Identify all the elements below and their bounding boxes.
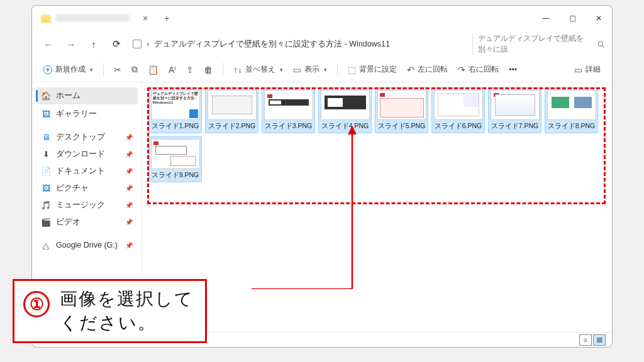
file-item[interactable]: スライド2.PNG [205, 87, 258, 133]
annotation-line1: 画像を選択して [60, 287, 194, 311]
image-icon: ⬚ [348, 65, 356, 75]
chevron-down-icon: ▾ [280, 67, 283, 73]
pin-icon: 📌 [125, 219, 133, 226]
thumbnail [491, 90, 540, 120]
share-icon: ⇪ [186, 65, 194, 75]
sidebar-item-pictures[interactable]: 🖼ピクチャ📌 [32, 180, 142, 197]
separator [223, 63, 223, 77]
pin-icon: 📌 [125, 151, 133, 158]
rotl-label: 左に回転 [418, 64, 448, 75]
search-placeholder: デュアルディスプレイで壁紙を別々に設 [478, 33, 594, 55]
sidebar-label: ピクチャ [56, 183, 89, 194]
details-icon: ▭ [574, 65, 582, 75]
clipboard-icon: 📋 [148, 65, 158, 75]
file-label: スライド8.PNG [548, 122, 596, 131]
list-view-button[interactable]: ≡ [579, 334, 592, 346]
sidebar-item-music[interactable]: 🎵ミュージック📌 [32, 197, 142, 214]
rename-button[interactable]: Aᴵ [165, 62, 180, 77]
thumb-text: デュアルディスプレイで壁紙を別々に設定する方法 - Windows11 [153, 92, 198, 105]
minimize-button[interactable]: ― [533, 8, 559, 28]
pin-icon: 📌 [125, 242, 133, 249]
sidebar-item-gdrive[interactable]: △Google Drive (G:)📌 [32, 237, 142, 253]
thumbnail [264, 90, 313, 120]
sidebar-item-gallery[interactable]: 🖼ギャラリー [32, 106, 142, 123]
file-item[interactable]: スライド5.PNG [375, 87, 428, 133]
new-button[interactable]: + 新規作成 ▾ [40, 62, 97, 77]
file-item[interactable]: スライド4.PNG [318, 87, 372, 133]
new-tab-button[interactable]: + [160, 13, 173, 23]
file-label: スライド4.PNG [321, 122, 369, 131]
folder-icon [41, 14, 51, 23]
tab-close-button[interactable]: × [139, 13, 152, 23]
svg-point-0 [598, 41, 602, 46]
delete-button[interactable]: 🗑 [200, 62, 216, 77]
music-icon: 🎵 [41, 200, 51, 211]
annotation-number: ① [23, 291, 50, 317]
sort-button[interactable]: ↑↓並べ替え▾ [230, 62, 287, 77]
pc-icon [133, 40, 142, 48]
file-item[interactable]: スライド7.PNG [488, 87, 541, 133]
sidebar-item-videos[interactable]: 🎬ビデオ📌 [32, 214, 142, 231]
separator [337, 63, 338, 77]
browser-tab[interactable]: × [37, 11, 155, 26]
maximize-button[interactable]: ▢ [559, 8, 586, 28]
refresh-button[interactable]: ⟳ [108, 35, 125, 53]
rename-icon: Aᴵ [169, 65, 176, 75]
close-window-button[interactable]: ✕ [586, 8, 612, 28]
file-item[interactable]: スライド6.PNG [431, 87, 485, 133]
share-button[interactable]: ⇪ [182, 62, 197, 77]
details-label: 詳細 [586, 64, 601, 75]
up-button[interactable]: ↑ [85, 35, 103, 53]
file-label: スライド6.PNG [435, 122, 482, 131]
cut-button[interactable]: ✂ [110, 62, 125, 77]
thumbnail [321, 90, 370, 120]
download-icon: ⬇ [41, 150, 51, 160]
rotate-right-icon: ↷ [458, 65, 465, 75]
sidebar-label: デスクトップ [56, 132, 105, 143]
file-item[interactable]: スライド8.PNG [545, 87, 598, 133]
chevron-down-icon: ▾ [90, 67, 93, 73]
view-icon: ▭ [293, 65, 301, 75]
back-button[interactable]: ← [40, 35, 57, 53]
search-box[interactable]: デュアルディスプレイで壁紙を別々に設 [472, 33, 604, 55]
file-item[interactable]: スライド3.PNG [262, 87, 315, 133]
copy-button[interactable]: ⧉ [128, 62, 142, 77]
window-controls: ― ▢ ✕ [533, 8, 612, 28]
pin-icon: 📌 [125, 185, 133, 192]
file-grid: デュアルディスプレイで壁紙を別々に設定する方法 - Windows11 スライド… [148, 87, 606, 182]
picture-icon: 🖼 [41, 184, 51, 194]
pin-icon: 📌 [125, 168, 133, 175]
address-bar[interactable]: › デュアルディスプレイで壁紙を別々に設定する方法 - Windows11 [130, 39, 467, 50]
thumbnail [208, 90, 257, 120]
file-label: スライド2.PNG [208, 122, 256, 131]
file-label: スライド5.PNG [378, 122, 426, 131]
more-button[interactable]: ••• [505, 63, 521, 77]
view-mode-buttons: ≡ ▦ [579, 334, 606, 346]
content-area[interactable]: デュアルディスプレイで壁紙を別々に設定する方法 - Windows11 スライド… [142, 82, 612, 332]
plus-circle-icon: + [43, 65, 52, 74]
sort-label: 並べ替え [245, 64, 275, 75]
sidebar-item-home[interactable]: 🏠ホーム [36, 87, 138, 104]
sidebar-item-desktop[interactable]: 🖥デスクトップ📌 [32, 129, 142, 146]
rotr-label: 右に回転 [469, 64, 499, 75]
address-row: ← → ↑ ⟳ › デュアルディスプレイで壁紙を別々に設定する方法 - Wind… [32, 31, 612, 57]
set-background-button[interactable]: ⬚背景に設定 [344, 62, 401, 77]
thumbnail [434, 90, 483, 120]
sidebar-item-downloads[interactable]: ⬇ダウンロード📌 [32, 146, 142, 163]
sidebar-item-documents[interactable]: 📄ドキュメント📌 [32, 163, 142, 180]
breadcrumb-path[interactable]: デュアルディスプレイで壁紙を別々に設定する方法 - Windows11 [154, 39, 390, 50]
annotation-line2: ください。 [60, 311, 194, 335]
rotate-right-button[interactable]: ↷右に回転 [454, 62, 502, 77]
rotate-left-button[interactable]: ↶左に回転 [403, 62, 452, 77]
view-button[interactable]: ▭表示▾ [289, 62, 331, 77]
details-pane-button[interactable]: ▭詳細 [570, 62, 604, 77]
file-item[interactable]: デュアルディスプレイで壁紙を別々に設定する方法 - Windows11 スライド… [148, 87, 202, 133]
sort-icon: ↑↓ [233, 65, 242, 75]
forward-button[interactable]: → [62, 35, 80, 53]
separator [103, 63, 104, 77]
file-item[interactable]: スライド9.PNG [148, 136, 202, 182]
paste-button[interactable]: 📋 [144, 62, 162, 77]
sidebar-label: ミュージック [56, 200, 105, 211]
thumbnail-view-button[interactable]: ▦ [593, 334, 606, 346]
search-icon [597, 40, 604, 48]
